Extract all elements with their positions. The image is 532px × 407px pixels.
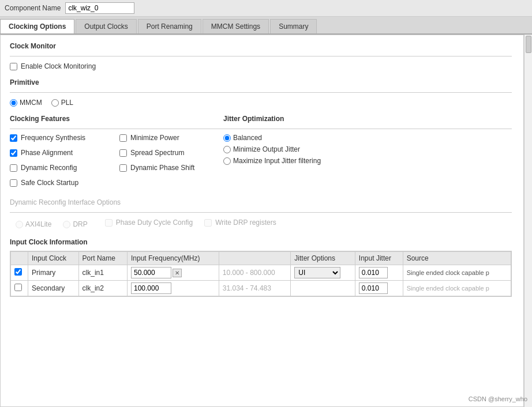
- safe-clock-startup-row: Safe Clock Startup: [10, 179, 114, 187]
- secondary-checkbox-cell: [11, 281, 28, 296]
- input-clock-table-wrapper: Input Clock Port Name Input Frequency(MH…: [10, 251, 512, 297]
- col-port-name: Port Name: [78, 252, 127, 265]
- phase-duty-cycle-config-checkbox[interactable]: [105, 219, 113, 227]
- tabs-bar: Clocking Options Output Clocks Port Rena…: [0, 17, 532, 35]
- table-row: Secondary clk_in2 31.034 - 74.483: [11, 281, 511, 296]
- balanced-label: Balanced: [233, 134, 262, 142]
- secondary-jitter-options-cell: [291, 281, 355, 296]
- secondary-input-jitter-cell: [355, 281, 403, 296]
- jitter-optimization-col: Jitter Optimization Balanced Minimize Ou…: [223, 115, 512, 190]
- phase-duty-cycle-config-row: Phase Duty Cycle Config: [105, 218, 193, 227]
- col-input-jitter: Input Jitter: [355, 252, 403, 265]
- write-drp-registers-label: Write DRP registers: [215, 218, 276, 227]
- content-area: Clock Monitor Enable Clock Monitoring Pr…: [0, 35, 524, 407]
- axi4lite-radio[interactable]: [16, 221, 23, 228]
- phase-alignment-row: Phase Alignment: [10, 149, 114, 157]
- mmcm-radio[interactable]: [10, 99, 17, 107]
- pll-radio-row: PLL: [51, 99, 73, 107]
- frequency-synthesis-row: Frequency Synthesis: [10, 134, 114, 142]
- dynamic-reconfig-label: Dynamic Reconfig: [21, 164, 77, 172]
- primary-frequency-input[interactable]: [131, 267, 171, 278]
- pll-label: PLL: [61, 99, 73, 107]
- primary-input-jitter-cell: [355, 265, 403, 281]
- balanced-radio-row: Balanced: [223, 134, 512, 142]
- maximize-input-jitter-label: Maximize Input Jitter filtering: [233, 157, 321, 165]
- secondary-input-jitter-input[interactable]: [359, 282, 388, 294]
- minimize-power-checkbox[interactable]: [119, 134, 127, 142]
- tab-summary[interactable]: Summary: [270, 19, 317, 33]
- tab-clocking-options[interactable]: Clocking Options: [0, 19, 74, 33]
- dynamic-reconfig-interface-options: AXI4Lite DRP Phase Duty Cycle Config: [16, 218, 512, 230]
- col-checkbox: [11, 252, 28, 265]
- axi4lite-label: AXI4Lite: [25, 220, 51, 228]
- dynamic-sub-options: Phase Duty Cycle Config Write DRP regist…: [105, 218, 276, 230]
- phase-alignment-checkbox[interactable]: [10, 149, 17, 157]
- maximize-input-jitter-radio-row: Maximize Input Jitter filtering: [223, 157, 512, 165]
- maximize-input-jitter-radio[interactable]: [223, 157, 231, 165]
- safe-clock-startup-checkbox[interactable]: [10, 179, 17, 187]
- input-clock-table: Input Clock Port Name Input Frequency(MH…: [10, 251, 511, 296]
- tab-output-clocks[interactable]: Output Clocks: [76, 19, 136, 33]
- spread-spectrum-checkbox[interactable]: [119, 149, 127, 157]
- dynamic-reconfig-row: Dynamic Reconfig: [10, 164, 114, 172]
- primary-jitter-options-select[interactable]: UI ps: [294, 267, 340, 278]
- safe-clock-startup-label: Safe Clock Startup: [21, 179, 78, 187]
- scrollbar[interactable]: [524, 35, 532, 407]
- secondary-frequency-input[interactable]: [131, 282, 171, 294]
- spread-spectrum-label: Spread Spectrum: [130, 149, 184, 157]
- minimize-output-jitter-radio[interactable]: [223, 146, 231, 153]
- jitter-options-group: Balanced Minimize Output Jitter Maximize…: [223, 134, 512, 165]
- primary-input-clock-cell: Primary: [28, 265, 79, 281]
- col-freq-range: [219, 252, 290, 265]
- dynamic-reconfig-interface-section: Dynamic Reconfig Interface Options AXI4L…: [10, 198, 512, 230]
- tab-mmcm-settings[interactable]: MMCM Settings: [203, 19, 269, 33]
- clocking-features-title: Clocking Features: [10, 115, 223, 123]
- clock-monitor-section: Clock Monitor Enable Clock Monitoring: [10, 42, 512, 70]
- secondary-frequency-cell: [128, 281, 219, 296]
- primitive-radio-group: MMCM PLL: [10, 99, 512, 107]
- enable-clock-monitoring-checkbox[interactable]: [10, 63, 17, 70]
- primary-input-jitter-input[interactable]: [359, 267, 388, 278]
- primitive-title: Primitive: [10, 78, 512, 86]
- component-name-input[interactable]: [65, 2, 134, 14]
- primary-jitter-options-cell: UI ps: [291, 265, 355, 281]
- dynamic-reconfig-checkbox[interactable]: [10, 164, 17, 172]
- header-bar: Component Name: [0, 0, 532, 17]
- drp-radio-row: DRP: [63, 220, 87, 228]
- component-name-label: Component Name: [5, 4, 61, 12]
- secondary-freq-range-cell: 31.034 - 74.483: [219, 281, 290, 296]
- primary-port-name-cell: clk_in1: [78, 265, 127, 281]
- secondary-source-cell: Single ended clock capable p: [403, 281, 511, 296]
- minimize-output-jitter-label: Minimize Output Jitter: [233, 145, 300, 153]
- minimize-output-jitter-radio-row: Minimize Output Jitter: [223, 145, 512, 153]
- pll-radio[interactable]: [51, 99, 59, 107]
- clock-monitor-title: Clock Monitor: [10, 42, 512, 50]
- drp-radio[interactable]: [63, 221, 70, 228]
- primary-source-cell: Single ended clock capable p: [403, 265, 511, 281]
- secondary-row-checkbox[interactable]: [14, 284, 22, 291]
- mmcm-radio-row: MMCM: [10, 99, 42, 107]
- frequency-synthesis-checkbox[interactable]: [10, 134, 17, 142]
- input-clock-title: Input Clock Information: [10, 238, 512, 246]
- col-input-clock: Input Clock: [28, 252, 79, 265]
- dynamic-phase-shift-checkbox[interactable]: [119, 164, 127, 172]
- table-header-row: Input Clock Port Name Input Frequency(MH…: [11, 252, 511, 265]
- balanced-radio[interactable]: [223, 134, 231, 142]
- frequency-synthesis-label: Frequency Synthesis: [21, 134, 85, 142]
- clocking-features-grid: Frequency Synthesis Minimize Power Phase…: [10, 134, 223, 190]
- primary-freq-range-cell: 10.000 - 800.000: [219, 265, 290, 281]
- scrollbar-thumb[interactable]: [526, 36, 531, 53]
- tab-port-renaming[interactable]: Port Renaming: [138, 19, 201, 33]
- drp-label: DRP: [73, 220, 87, 228]
- primary-row-checkbox[interactable]: [14, 268, 22, 276]
- dynamic-phase-shift-row: Dynamic Phase Shift: [119, 164, 223, 172]
- primary-frequency-clear-button[interactable]: ✕: [173, 269, 182, 277]
- table-row: Primary clk_in1 ✕ 10.000 - 800.000: [11, 265, 511, 281]
- col-source: Source: [403, 252, 511, 265]
- phase-alignment-label: Phase Alignment: [21, 149, 73, 157]
- write-drp-registers-checkbox[interactable]: [204, 219, 212, 227]
- minimize-power-label: Minimize Power: [130, 134, 179, 142]
- col-frequency: Input Frequency(MHz): [128, 252, 219, 265]
- primary-frequency-cell: ✕: [128, 265, 219, 281]
- spread-spectrum-row: Spread Spectrum: [119, 149, 223, 157]
